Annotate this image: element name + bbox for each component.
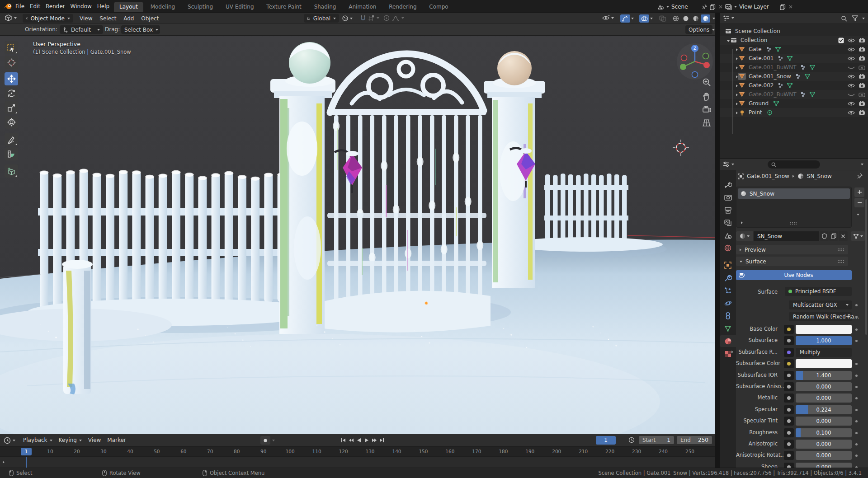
new-layer-icon[interactable] [780, 4, 786, 10]
auto-key-button[interactable] [260, 436, 270, 445]
select-box-tool[interactable] [5, 41, 18, 54]
eye-icon[interactable] [848, 101, 855, 106]
material-slot-list[interactable]: SN_Snow [736, 187, 852, 228]
material-property-row[interactable]: Subsurface Aniso... 0.000 [720, 382, 868, 392]
play-reverse-button[interactable] [355, 436, 363, 444]
socket-button[interactable] [784, 440, 794, 449]
scrollbar[interactable] [865, 199, 867, 335]
overlays-toggle[interactable] [639, 14, 653, 23]
socket-button[interactable] [784, 348, 794, 357]
close-icon[interactable] [718, 5, 723, 9]
playhead-label[interactable]: 1 [21, 448, 32, 455]
measure-tool[interactable] [5, 147, 18, 160]
menu-playback[interactable]: Playback [20, 434, 56, 446]
tab-animation[interactable]: Animation [343, 2, 382, 12]
value-slider[interactable]: 0.000 [796, 451, 852, 460]
camera-view-icon[interactable] [702, 106, 711, 113]
editor-type-button[interactable] [4, 437, 15, 444]
expand-icon[interactable] [731, 351, 733, 353]
camera-icon[interactable] [859, 37, 865, 43]
pin-icon[interactable] [857, 173, 863, 179]
breadcrumb-object[interactable]: Gate.001_Snow [747, 173, 789, 179]
camera-icon[interactable] [859, 47, 865, 52]
tab-output[interactable] [720, 204, 736, 216]
menu-help[interactable]: Help [95, 0, 111, 13]
editor-type-button[interactable] [723, 161, 734, 167]
timeline-tracks[interactable] [0, 456, 715, 468]
tab-uv-editing[interactable]: UV Editing [220, 2, 259, 12]
camera-icon[interactable] [859, 101, 865, 106]
expand-icon[interactable] [741, 221, 743, 224]
material-preview-button[interactable] [691, 14, 700, 23]
editor-type-button[interactable] [723, 15, 734, 21]
socket-button[interactable] [784, 336, 794, 345]
node-tree-selector[interactable] [851, 231, 865, 241]
socket-button[interactable] [784, 382, 794, 391]
material-property-row[interactable]: Subsurface IOR 1.400 [720, 370, 868, 380]
outliner-row[interactable]: Gate.001 [720, 54, 868, 63]
camera-excluded-icon[interactable] [859, 65, 865, 70]
proportional-editing-toggle[interactable] [383, 15, 404, 21]
color-swatch[interactable] [796, 325, 852, 334]
tab-shading[interactable]: Shading [309, 2, 342, 12]
menu-keying[interactable]: Keying [56, 434, 85, 446]
rotate-tool[interactable] [5, 87, 18, 100]
eye-icon[interactable] [848, 74, 855, 79]
remove-slot-button[interactable] [854, 198, 864, 207]
socket-button[interactable] [784, 451, 794, 460]
tab-render[interactable] [720, 192, 736, 203]
navigation-gizmo[interactable]: Z [675, 40, 715, 81]
add-slot-button[interactable] [854, 187, 864, 197]
eye-icon[interactable] [848, 83, 855, 88]
menu-edit[interactable]: Edit [28, 0, 42, 13]
menu-view[interactable]: View [85, 434, 104, 446]
value-slider[interactable]: 1.000 [796, 336, 852, 345]
value-slider[interactable]: 0.000 [796, 440, 852, 449]
camera-icon[interactable] [859, 110, 865, 115]
camera-icon[interactable] [859, 74, 865, 79]
tab-tool[interactable] [720, 179, 736, 191]
new-scene-icon[interactable] [710, 4, 716, 10]
next-keyframe-button[interactable] [370, 436, 378, 444]
use-nodes-button[interactable]: Use Nodes [736, 270, 852, 280]
end-frame-field[interactable]: End 250 [677, 436, 712, 444]
slot-specials-icon[interactable] [857, 214, 859, 216]
solid-shading-button[interactable] [681, 14, 690, 23]
drag-dropdown[interactable]: Select Box [121, 25, 160, 34]
zoom-icon[interactable] [702, 78, 711, 87]
color-swatch[interactable] [796, 359, 852, 368]
cursor-tool[interactable] [5, 56, 18, 69]
material-name-field[interactable]: SN_Snow [754, 231, 819, 241]
pin-icon[interactable] [702, 4, 707, 9]
menu-window[interactable]: Window [69, 0, 94, 13]
menu-file[interactable]: File [14, 0, 26, 13]
editor-type-button[interactable] [5, 14, 17, 21]
value-dropdown[interactable]: Multiply [796, 348, 852, 357]
eye-icon[interactable] [848, 110, 855, 115]
gizmos-toggle[interactable] [620, 14, 634, 23]
menu-marker[interactable]: Marker [104, 434, 129, 446]
tab-layout[interactable]: Layout [114, 2, 143, 12]
socket-button[interactable] [784, 417, 794, 426]
playback-sync-icon[interactable] [628, 437, 635, 443]
transform-tool[interactable] [5, 116, 18, 129]
value-slider[interactable]: 0.224 [796, 405, 852, 414]
viewport-3d[interactable]: User Perspective (1) Scene Collection | … [0, 36, 715, 434]
material-property-row[interactable]: Anisotropic 0.000 [720, 439, 868, 449]
scale-tool[interactable] [5, 101, 18, 114]
socket-button[interactable] [784, 359, 794, 368]
panel-grip[interactable] [837, 260, 844, 263]
eye-icon[interactable] [848, 47, 855, 52]
prev-keyframe-button[interactable] [347, 436, 355, 444]
view-layer-selector[interactable]: View Layer [725, 2, 793, 12]
material-property-row[interactable]: Specular 0.224 [720, 405, 868, 415]
region-divider[interactable] [715, 13, 720, 468]
blender-logo-icon[interactable] [4, 2, 13, 10]
material-property-row[interactable]: Anisotropic Rotat... 0.000 [720, 450, 868, 460]
material-property-row[interactable]: Sheen 0.000 [720, 462, 868, 468]
perspective-toggle-icon[interactable] [702, 119, 711, 127]
resize-grip[interactable] [790, 221, 797, 225]
start-frame-field[interactable]: Start 1 [639, 436, 674, 444]
value-slider[interactable]: 0.100 [796, 428, 852, 437]
outliner-row[interactable]: Gate.001_Snow [720, 72, 868, 81]
